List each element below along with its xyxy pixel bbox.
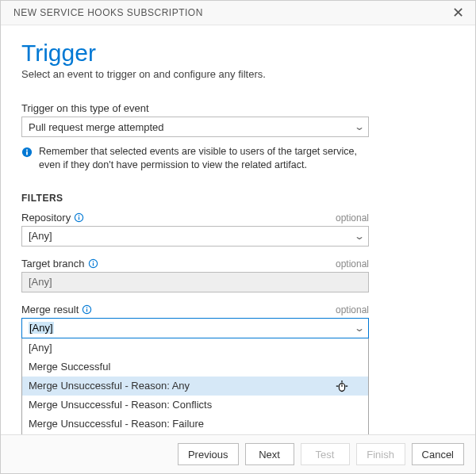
svg-rect-4 [79,216,79,220]
cursor-icon [335,379,349,395]
repository-select[interactable]: [Any] ⌄ [21,226,369,247]
merge-result-label: Merge result [21,304,79,315]
svg-rect-7 [92,262,93,266]
repository-label: Repository [21,212,71,224]
optional-label: optional [336,258,369,269]
svg-rect-8 [92,261,93,262]
dialog: NEW SERVICE HOOKS SUBSCRIPTION ✕ Trigger… [0,0,476,474]
svg-rect-10 [86,308,87,312]
merge-result-option[interactable]: Merge Successful [22,357,368,377]
trigger-event-select[interactable]: Pull request merge attempted ⌄ [21,117,369,137]
info-icon[interactable] [82,304,92,315]
finish-button: Finish [356,443,405,465]
target-branch-label: Target branch [21,258,85,269]
optional-label: optional [336,304,369,315]
svg-rect-2 [26,150,28,151]
dialog-footer: Previous Next Test Finish Cancel [1,434,475,473]
merge-result-option[interactable]: Merge Unsuccessful - Reason: Any [22,377,368,396]
filter-merge-result: Merge result optional [Any] ⌄ [Any]Merge… [21,304,369,434]
trigger-event-label: Trigger on this type of event [21,102,455,114]
optional-label: optional [336,212,369,224]
info-icon [21,147,33,158]
merge-result-select[interactable]: [Any] ⌄ [21,318,369,338]
merge-result-option[interactable]: Merge Unsuccessful - Reason: Rejected By… [22,434,368,434]
page-subtitle: Select an event to trigger on and config… [21,68,455,80]
filter-repository: Repository optional [Any] ⌄ [21,212,369,247]
target-branch-value: [Any] [29,276,52,288]
filters-section-title: FILTERS [21,193,455,204]
trigger-event-value: Pull request merge attempted [29,121,164,133]
svg-rect-5 [79,215,79,216]
repository-value: [Any] [29,230,52,242]
chevron-down-icon: ⌄ [354,121,365,132]
chevron-down-icon: ⌄ [354,231,365,242]
merge-result-dropdown: [Any]Merge SuccessfulMerge Unsuccessful … [21,338,369,434]
titlebar: NEW SERVICE HOOKS SUBSCRIPTION ✕ [1,1,475,25]
chevron-down-icon: ⌄ [354,323,365,334]
svg-rect-11 [86,307,87,308]
page-title: Trigger [21,40,455,67]
merge-result-option[interactable]: Merge Unsuccessful - Reason: Failure [22,415,368,434]
cancel-button[interactable]: Cancel [412,443,464,465]
merge-result-option[interactable]: Merge Unsuccessful - Reason: Conflicts [22,396,368,415]
svg-rect-1 [26,151,28,155]
next-button[interactable]: Next [245,443,294,465]
close-icon[interactable]: ✕ [449,6,467,20]
merge-result-value: [Any] [29,322,54,334]
test-button: Test [301,443,350,465]
previous-button[interactable]: Previous [178,443,239,465]
titlebar-title: NEW SERVICE HOOKS SUBSCRIPTION [13,7,203,18]
merge-result-option[interactable]: [Any] [22,338,368,357]
info-icon[interactable] [74,212,84,223]
info-note: Remember that selected events are visibl… [21,145,369,172]
info-note-text: Remember that selected events are visibl… [39,145,369,172]
target-branch-select[interactable]: [Any] [21,272,369,292]
info-icon[interactable] [88,258,98,269]
dialog-body: Trigger Select an event to trigger on an… [1,25,475,434]
filter-target-branch: Target branch optional [Any] [21,258,369,292]
